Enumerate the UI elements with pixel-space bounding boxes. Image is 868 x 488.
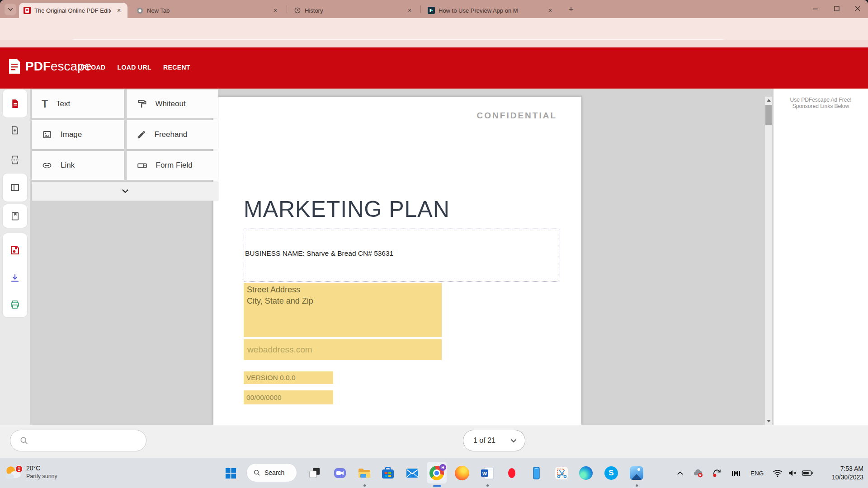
- street-address-line: Street Address: [247, 284, 439, 296]
- tool-form-field[interactable]: Form Field: [127, 151, 219, 180]
- document-icon: [9, 98, 21, 109]
- firefox-button[interactable]: [453, 464, 471, 482]
- tab-pdfescape[interactable]: The Original Online PDF Editor ×: [19, 3, 127, 18]
- ad-line-2: Sponsored Links Below: [774, 103, 868, 109]
- tool-label: Text: [56, 99, 70, 108]
- nav-load-url[interactable]: LOAD URL: [118, 64, 152, 71]
- edge-button[interactable]: [577, 464, 595, 482]
- download-button[interactable]: [0, 269, 30, 287]
- word-button[interactable]: W: [478, 464, 496, 482]
- chrome-button[interactable]: H: [428, 464, 446, 482]
- weather-widget[interactable]: 1 20°C Partly sunny: [4, 463, 57, 482]
- page-top-strip: [0, 40, 868, 47]
- chrome-icon: H: [429, 466, 444, 480]
- file-explorer-button[interactable]: [355, 464, 373, 482]
- opera-button[interactable]: [503, 464, 521, 482]
- task-view-button[interactable]: [306, 464, 324, 482]
- screen: The Original Online PDF Editor × New Tab…: [0, 0, 868, 488]
- scroll-down-button[interactable]: [765, 418, 772, 425]
- taskbar-search[interactable]: Search: [246, 463, 297, 482]
- insert-page-button[interactable]: [0, 121, 30, 139]
- browser-toolbar: ← → ↻ https://www.pdfescape.com/online-p…: [0, 18, 868, 40]
- tool-whiteout[interactable]: Whiteout: [127, 89, 219, 118]
- business-name-text[interactable]: BUSINESS NAME: Sharve & Bread CN# 53631: [245, 249, 393, 258]
- scrollbar-thumb[interactable]: [765, 105, 772, 125]
- clock-date: 10/30/2023: [814, 473, 863, 482]
- tab-search-button[interactable]: [5, 4, 16, 15]
- word-icon: W: [481, 466, 494, 480]
- mail-button[interactable]: [403, 464, 421, 482]
- date-highlight[interactable]: 00/00/0000: [244, 390, 333, 404]
- chevron-down-icon: [122, 189, 129, 193]
- weather-temp: 20°C: [26, 464, 57, 473]
- panel-collapse-button[interactable]: [32, 182, 218, 201]
- running-indicator: [636, 484, 638, 487]
- new-tab-button[interactable]: +: [565, 4, 577, 15]
- tool-label: Link: [61, 161, 75, 170]
- maximize-button[interactable]: [826, 0, 847, 17]
- battery-charging-icon: [802, 468, 813, 479]
- start-button[interactable]: [222, 464, 240, 482]
- version-text: VERSION 0.0.0: [246, 374, 296, 382]
- imi-bars-icon: [731, 468, 741, 478]
- teams-chat-button[interactable]: [331, 464, 349, 482]
- tab-close-icon[interactable]: ×: [406, 6, 414, 14]
- tab-close-icon[interactable]: ×: [115, 6, 123, 14]
- tab-preview-app[interactable]: How to Use Preview App on M ×: [423, 3, 559, 18]
- page-selector-dropdown[interactable]: 1 of 21: [463, 430, 525, 451]
- screen-record-icon[interactable]: [708, 464, 726, 482]
- minimize-button[interactable]: [806, 0, 826, 17]
- nav-recent[interactable]: RECENT: [163, 64, 190, 71]
- tool-image[interactable]: Image: [32, 120, 124, 149]
- scroll-up-button[interactable]: [765, 97, 772, 104]
- web-address-highlight[interactable]: webaddress.com: [244, 339, 442, 360]
- tab-new-tab[interactable]: New Tab ×: [132, 3, 284, 18]
- search-input[interactable]: [34, 436, 146, 445]
- tool-text[interactable]: T Text: [32, 89, 124, 118]
- extract-pages-button[interactable]: [0, 151, 30, 169]
- bookmarks-button[interactable]: [0, 207, 30, 225]
- weather-icon: 1: [4, 463, 23, 482]
- address-highlight-block[interactable]: Street Address City, State and Zip: [244, 283, 442, 337]
- snipping-tool-button[interactable]: [552, 464, 571, 482]
- nav-upload[interactable]: UPLOAD: [78, 64, 106, 71]
- save-floppy-icon: [9, 245, 20, 256]
- save-button[interactable]: [0, 241, 30, 259]
- page-tools-button[interactable]: [0, 94, 30, 113]
- document-title: MARKETING PLAN: [244, 198, 450, 221]
- tab-history[interactable]: History ×: [289, 3, 418, 18]
- print-button[interactable]: [0, 296, 30, 314]
- insert-tool-panel: T Text Whiteout Image Freehand: [32, 89, 218, 201]
- tool-link[interactable]: Link: [32, 151, 124, 180]
- cloud-error-icon: [693, 468, 703, 479]
- language-indicator[interactable]: ENG: [750, 470, 764, 477]
- media-app-tray-icon[interactable]: [727, 464, 745, 482]
- phone-link-button[interactable]: [527, 464, 545, 482]
- active-app-indicator: [433, 485, 441, 487]
- printer-icon: [9, 299, 20, 310]
- photos-button[interactable]: [627, 464, 646, 482]
- chevron-down-icon: [510, 439, 517, 443]
- document-search[interactable]: [10, 430, 146, 451]
- taskbar-clock[interactable]: 7:53 AM 10/30/2023: [814, 465, 863, 482]
- tray-expand-button[interactable]: [671, 464, 689, 482]
- triangle-up-icon: [767, 99, 771, 102]
- taskbar: 1 20°C Partly sunny Search: [0, 458, 868, 488]
- history-clock-icon: [294, 7, 301, 14]
- edge-icon: [579, 466, 593, 480]
- tab-close-icon[interactable]: ×: [271, 6, 279, 14]
- tool-freehand[interactable]: Freehand: [127, 120, 219, 149]
- chrome-favicon: [137, 7, 143, 14]
- close-button[interactable]: [847, 0, 868, 17]
- ms-store-button[interactable]: [379, 464, 397, 482]
- tab-close-icon[interactable]: ×: [546, 6, 554, 14]
- freehand-pencil-icon: [137, 130, 146, 140]
- page-layout-button[interactable]: [0, 178, 30, 197]
- document-scrollbar[interactable]: [765, 97, 772, 425]
- chat-video-icon: [333, 466, 347, 480]
- onedrive-paused-icon[interactable]: [689, 464, 707, 482]
- version-highlight[interactable]: VERSION 0.0.0: [244, 371, 333, 384]
- windows-logo-icon: [225, 468, 236, 479]
- skype-button[interactable]: S: [602, 464, 620, 482]
- maximize-icon: [834, 6, 840, 11]
